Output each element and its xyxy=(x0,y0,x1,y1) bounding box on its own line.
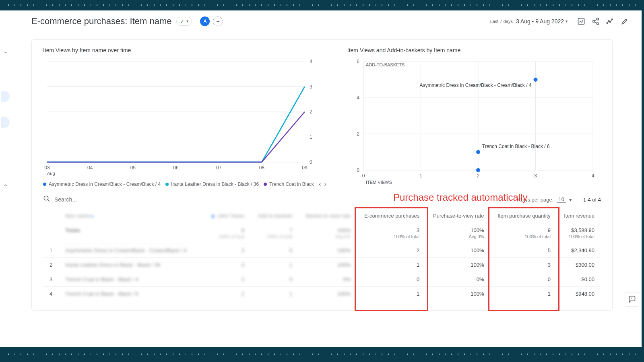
svg-text:06: 06 xyxy=(173,165,179,171)
add-comparison-button[interactable]: + xyxy=(213,16,223,26)
page-title: E-commerce purchases: Item name xyxy=(31,16,171,27)
date-range-label: Last 7 days xyxy=(490,19,513,24)
svg-text:Trench Coat in Black - Black /: Trench Coat in Black - Black / 6 xyxy=(482,144,550,149)
col-purchase-to-view-rate[interactable]: Purchase-to-view rate xyxy=(426,209,490,223)
svg-text:4: 4 xyxy=(357,95,359,101)
svg-point-1 xyxy=(597,18,599,20)
svg-point-51 xyxy=(44,196,48,200)
svg-text:0: 0 xyxy=(362,173,365,179)
table-row[interactable]: 4 Trench Coat in Black - Black / 6 2 1 1… xyxy=(43,287,601,301)
chevron-up-icon[interactable]: ⌃ xyxy=(3,51,8,57)
user-avatar[interactable]: A xyxy=(200,16,210,26)
insights-icon[interactable] xyxy=(574,14,588,29)
trend-icon[interactable] xyxy=(603,14,617,29)
rows-per-page-value[interactable]: 10 xyxy=(557,196,566,203)
caret-down-icon[interactable]: ▾ xyxy=(569,197,572,203)
page-info: 1-4 of 4 xyxy=(583,197,601,203)
collapsed-sidebar: ⌃ ⌃ xyxy=(0,10,6,347)
svg-text:2: 2 xyxy=(310,109,312,115)
svg-point-5 xyxy=(608,20,609,21)
svg-text:09: 09 xyxy=(302,165,308,171)
line-chart-title: Item Views by Item name over time xyxy=(43,47,326,53)
table-row[interactable]: 2 Iranta Leather Dress in Black - Black … xyxy=(43,258,601,272)
annotation-text: Purchase tracked automatically xyxy=(393,192,528,203)
svg-text:ADD-TO-BASKETS: ADD-TO-BASKETS xyxy=(366,62,405,67)
table-header-row: Item name ▸ ◆ ↓Item Views Add to baskets… xyxy=(43,209,601,223)
legend-item[interactable]: Asymmetric Dress in Cream/Black - Cream/… xyxy=(43,181,161,187)
col-ecommerce-purchases[interactable]: E-commerce purchases xyxy=(357,209,426,223)
svg-text:3: 3 xyxy=(534,173,537,179)
check-circle-icon: ✓ xyxy=(180,18,185,25)
scatter-chart: Item Views and Add-to-baskets by Item na… xyxy=(347,47,601,188)
caret-down-icon[interactable]: ▾ xyxy=(566,19,568,23)
svg-point-6 xyxy=(610,21,611,23)
line-chart-legend: Asymmetric Dress in Cream/Black - Cream/… xyxy=(43,181,326,188)
svg-text:1: 1 xyxy=(419,173,422,179)
svg-text:2: 2 xyxy=(357,131,359,137)
svg-point-48 xyxy=(476,150,480,154)
caret-down-icon: ▾ xyxy=(186,19,188,23)
table-row[interactable]: 3 Trench Coat in Black - Black / 4 2 0 0… xyxy=(43,272,601,287)
page-header: E-commerce purchases: Item name ✓ ▾ A + … xyxy=(2,10,642,32)
svg-text:2: 2 xyxy=(477,173,479,179)
svg-text:05: 05 xyxy=(130,165,136,171)
svg-point-50 xyxy=(476,168,480,172)
svg-text:0: 0 xyxy=(357,167,359,173)
sidebar-indicator xyxy=(1,91,10,102)
col-item-revenue[interactable]: Item revenue xyxy=(557,209,601,223)
col-basket-to-view-rate[interactable]: Basket-to-view rate xyxy=(299,209,357,223)
data-table: Item name ▸ ◆ ↓Item Views Add to baskets… xyxy=(43,209,601,301)
svg-point-7 xyxy=(612,19,613,20)
svg-point-3 xyxy=(597,23,599,25)
legend-prev-icon[interactable]: ‹ xyxy=(319,181,321,188)
svg-text:ITEM VIEWS: ITEM VIEWS xyxy=(366,180,392,185)
svg-text:4: 4 xyxy=(310,59,312,64)
sidebar-active-indicator xyxy=(1,117,10,128)
feedback-button[interactable] xyxy=(625,292,639,306)
svg-point-2 xyxy=(593,20,595,22)
col-item-views[interactable]: ◆ ↓Item Views xyxy=(204,209,251,223)
search-input[interactable] xyxy=(54,196,135,203)
decorative-top-border xyxy=(0,0,644,10)
table-row[interactable]: 1 Asymmetric Dress in Cream/Black - Crea… xyxy=(43,243,601,258)
scatter-chart-title: Item Views and Add-to-baskets by Item na… xyxy=(347,47,601,53)
data-table-section: Purchase tracked automatically Rows per … xyxy=(43,195,601,301)
svg-text:3: 3 xyxy=(310,84,312,90)
legend-item[interactable]: Iranta Leather Dress in Black - Black / … xyxy=(165,181,259,187)
share-icon[interactable] xyxy=(588,14,603,29)
scatter-chart-canvas: 024601234ADD-TO-BASKETSITEM VIEWSAsymmet… xyxy=(347,58,597,186)
col-add-to-baskets[interactable]: Add to baskets xyxy=(251,209,299,223)
line-chart: Item Views by Item name over time 012340… xyxy=(43,47,326,188)
legend-next-icon[interactable]: › xyxy=(324,181,326,188)
svg-text:07: 07 xyxy=(216,165,222,171)
svg-text:1: 1 xyxy=(310,134,312,140)
svg-text:Asymmetric Dress in Cream/Blac: Asymmetric Dress in Cream/Black - Cream/… xyxy=(419,82,531,88)
col-item-name[interactable]: Item name ▸ xyxy=(59,209,204,223)
legend-item[interactable]: Trench Coat in Black xyxy=(264,181,314,187)
svg-text:Aug: Aug xyxy=(47,171,55,176)
table-totals-row: Totals 9100% of total 7100% of total 100… xyxy=(43,223,601,243)
svg-text:08: 08 xyxy=(259,165,265,171)
status-pill[interactable]: ✓ ▾ xyxy=(176,17,192,26)
edit-icon[interactable] xyxy=(617,14,632,29)
chevron-up-icon[interactable]: ⌃ xyxy=(3,183,8,190)
svg-point-4 xyxy=(607,22,608,23)
svg-rect-0 xyxy=(578,18,584,24)
table-search[interactable] xyxy=(43,195,135,204)
svg-text:0: 0 xyxy=(310,159,312,165)
line-chart-canvas: 0123403040506070809Aug xyxy=(43,58,325,178)
search-icon xyxy=(43,195,50,204)
svg-text:6: 6 xyxy=(357,59,359,64)
decorative-bottom-border xyxy=(0,349,644,360)
col-item-purchase-quantity[interactable]: Item purchase quantity xyxy=(491,209,557,223)
svg-text:04: 04 xyxy=(87,165,93,171)
svg-text:4: 4 xyxy=(591,173,594,179)
date-range-value[interactable]: 3 Aug - 9 Aug 2022 xyxy=(516,18,564,25)
svg-text:03: 03 xyxy=(44,165,50,171)
svg-point-46 xyxy=(533,78,537,82)
